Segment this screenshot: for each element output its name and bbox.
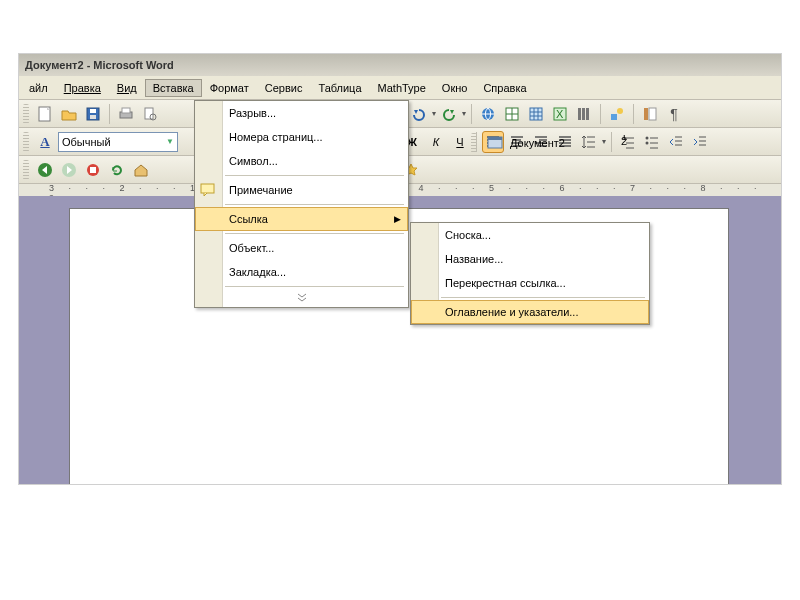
svg-rect-2	[90, 109, 96, 113]
svg-rect-18	[644, 108, 648, 120]
svg-point-17	[617, 108, 623, 114]
link-icon[interactable]	[477, 103, 499, 125]
svg-rect-15	[586, 108, 589, 120]
comment-icon	[200, 183, 216, 197]
menu-item-toc[interactable]: Оглавление и указатели...	[411, 300, 649, 324]
app-title: Документ2 - Microsoft Word	[25, 59, 174, 71]
toolbar-grip[interactable]	[23, 104, 29, 124]
menu-item-link[interactable]: Ссылка ▶	[195, 207, 408, 231]
menu-item-caption[interactable]: Название...	[411, 247, 649, 271]
svg-rect-10	[530, 108, 542, 120]
title-bar: Документ2 - Microsoft Word	[19, 54, 781, 76]
pilcrow-icon[interactable]: ¶	[663, 103, 685, 125]
menu-item-symbol[interactable]: Символ...	[195, 149, 408, 173]
svg-rect-3	[90, 115, 96, 119]
outdent-icon[interactable]	[665, 131, 687, 153]
svg-rect-14	[582, 108, 585, 120]
insert-table-icon[interactable]	[525, 103, 547, 125]
svg-text:X: X	[556, 108, 564, 120]
columns-icon[interactable]	[573, 103, 595, 125]
doc-tab: Документ2	[471, 132, 565, 154]
svg-rect-13	[578, 108, 581, 120]
submenu-link: Сноска... Название... Перекрестная ссылк…	[410, 222, 650, 325]
menu-item-footnote[interactable]: Сноска...	[411, 223, 649, 247]
menu-item-comment[interactable]: Примечание	[195, 178, 408, 202]
menu-window[interactable]: Окно	[434, 79, 476, 97]
excel-icon[interactable]: X	[549, 103, 571, 125]
svg-rect-31	[201, 184, 214, 193]
chevron-down-icon: ▼	[166, 137, 174, 146]
svg-rect-30	[488, 137, 502, 140]
style-combo[interactable]: Обычный ▼	[58, 132, 178, 152]
menu-item-object[interactable]: Объект...	[195, 236, 408, 260]
svg-rect-6	[145, 108, 153, 119]
numbering-icon[interactable]: 12	[617, 131, 639, 153]
open-icon[interactable]	[58, 103, 80, 125]
line-spacing-icon[interactable]	[578, 131, 600, 153]
toolbar-grip[interactable]	[23, 132, 29, 152]
menu-view[interactable]: Вид	[109, 79, 145, 97]
drawing-icon[interactable]	[606, 103, 628, 125]
tables-borders-icon[interactable]	[501, 103, 523, 125]
menu-help[interactable]: Справка	[475, 79, 534, 97]
menu-item-pagenum[interactable]: Номера страниц...	[195, 125, 408, 149]
save-icon[interactable]	[82, 103, 104, 125]
toolbar-grip[interactable]	[471, 133, 477, 153]
styles-icon[interactable]: A	[34, 131, 56, 153]
submenu-arrow-icon: ▶	[394, 214, 401, 224]
back-icon[interactable]	[34, 159, 56, 181]
menu-format[interactable]: Формат	[202, 79, 257, 97]
menu-item-bookmark[interactable]: Закладка...	[195, 260, 408, 284]
menu-mathtype[interactable]: MathType	[370, 79, 434, 97]
svg-rect-19	[649, 108, 656, 120]
doc-map-icon[interactable]	[639, 103, 661, 125]
undo-icon[interactable]	[408, 103, 430, 125]
forward-icon[interactable]	[58, 159, 80, 181]
menu-insert-dropdown: Разрыв... Номера страниц... Символ... Пр…	[194, 100, 409, 308]
svg-rect-5	[122, 108, 130, 113]
menu-file[interactable]: айл	[21, 79, 56, 97]
bullets-icon[interactable]	[641, 131, 663, 153]
menu-insert[interactable]: Вставка	[145, 79, 202, 97]
home-icon[interactable]	[130, 159, 152, 181]
svg-rect-27	[90, 167, 96, 173]
menu-item-break[interactable]: Разрыв...	[195, 101, 408, 125]
style-combo-value: Обычный	[62, 136, 111, 148]
svg-point-23	[646, 141, 649, 144]
menu-tools[interactable]: Сервис	[257, 79, 311, 97]
new-doc-icon[interactable]	[34, 103, 56, 125]
svg-text:2: 2	[621, 135, 627, 147]
menu-item-crossref[interactable]: Перекрестная ссылка...	[411, 271, 649, 295]
svg-point-22	[646, 136, 649, 139]
underline-button[interactable]: Ч	[449, 131, 471, 153]
menu-table[interactable]: Таблица	[310, 79, 369, 97]
doc-label: Документ2	[510, 137, 565, 149]
menu-bar: айл Правка Вид Вставка Формат Сервис Таб…	[19, 76, 781, 100]
stop-icon[interactable]	[82, 159, 104, 181]
toolbar-grip[interactable]	[23, 160, 29, 180]
menu-expand-icon[interactable]	[195, 289, 408, 307]
preview-icon[interactable]	[139, 103, 161, 125]
window-icon[interactable]	[484, 132, 506, 154]
refresh-icon[interactable]	[106, 159, 128, 181]
indent-icon[interactable]	[689, 131, 711, 153]
svg-rect-16	[611, 114, 617, 120]
italic-button[interactable]: К	[425, 131, 447, 153]
menu-edit[interactable]: Правка	[56, 79, 109, 97]
print-icon[interactable]	[115, 103, 137, 125]
redo-icon[interactable]	[438, 103, 460, 125]
